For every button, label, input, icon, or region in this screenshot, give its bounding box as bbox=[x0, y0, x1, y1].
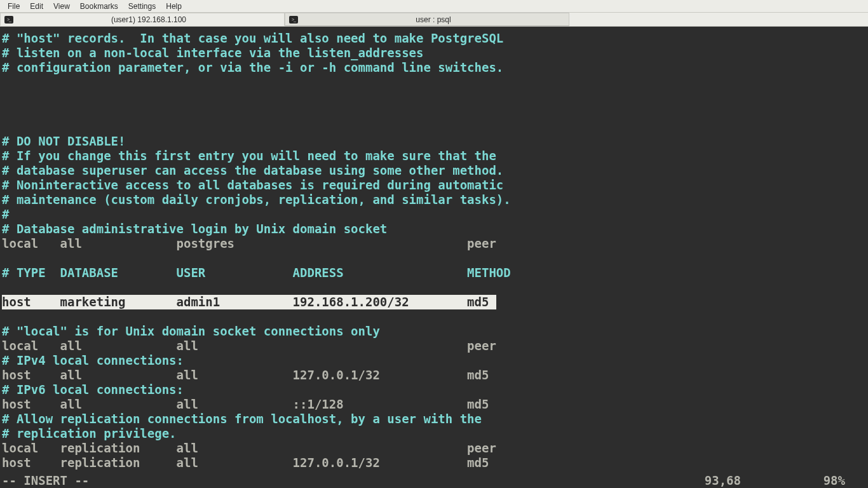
terminal-icon bbox=[289, 16, 298, 24]
tab-session-1[interactable]: (user1) 192.168.1.100 bbox=[0, 13, 285, 26]
terminal-line: # replication privilege. bbox=[2, 426, 177, 441]
terminal-line: # IPv4 local connections: bbox=[2, 353, 184, 368]
menu-settings[interactable]: Settings bbox=[123, 1, 161, 12]
vim-scroll-pct: 98% bbox=[824, 473, 845, 488]
menu-view[interactable]: View bbox=[48, 1, 75, 12]
terminal-line: host all all ::1/128 md5 bbox=[2, 397, 489, 412]
terminal-line: # "local" is for Unix domain socket conn… bbox=[2, 324, 380, 339]
terminal-line: local all all peer bbox=[2, 339, 496, 353]
terminal-line: # TYPE DATABASE USER ADDRESS METHOD bbox=[2, 266, 511, 280]
terminal-line: host marketing admin1 192.168.1.200/32 m… bbox=[2, 295, 496, 309]
terminal-line: # Allow replication connections from loc… bbox=[2, 412, 482, 426]
menu-bookmarks[interactable]: Bookmarks bbox=[75, 1, 123, 12]
menu-help[interactable]: Help bbox=[161, 1, 187, 12]
tab-label: user : psql bbox=[302, 15, 565, 24]
terminal-line: # maintenance (custom daily cronjobs, re… bbox=[2, 193, 511, 207]
tab-session-2[interactable]: user : psql bbox=[285, 13, 569, 26]
terminal-line: # If you change this first entry you wil… bbox=[2, 149, 496, 163]
menu-bar: File Edit View Bookmarks Settings Help bbox=[0, 0, 868, 13]
terminal-line: # Noninteractive access to all databases… bbox=[2, 178, 503, 193]
terminal-line: host replication all 127.0.0.1/32 md5 bbox=[2, 456, 489, 470]
terminal-line: local replication all peer bbox=[2, 441, 496, 456]
terminal-line: host all all 127.0.0.1/32 md5 bbox=[2, 368, 489, 383]
terminal-line: # listen on a non-local interface via th… bbox=[2, 46, 423, 60]
terminal-line: # configuration parameter, or via the -i… bbox=[2, 60, 503, 75]
scrollbar-track[interactable] bbox=[860, 27, 868, 488]
vim-status-line: -- INSERT -- 93,68 98% bbox=[0, 473, 868, 488]
terminal-line: # IPv6 local connections: bbox=[2, 383, 184, 397]
terminal-line: # Database administrative login by Unix … bbox=[2, 222, 387, 236]
terminal-viewport[interactable]: -- INSERT -- 93,68 98% # "host" records.… bbox=[0, 27, 868, 488]
terminal-line: # bbox=[2, 207, 9, 222]
terminal-line: # "host" records. In that case you will … bbox=[2, 31, 503, 46]
vim-mode: -- INSERT -- bbox=[2, 473, 89, 488]
terminal-line: local all postgres peer bbox=[2, 236, 496, 251]
vim-cursor-pos: 93,68 bbox=[705, 473, 741, 488]
menu-file[interactable]: File bbox=[3, 1, 25, 12]
tab-label: (user1) 192.168.1.100 bbox=[17, 15, 280, 24]
menu-edit[interactable]: Edit bbox=[25, 1, 48, 12]
tab-bar: (user1) 192.168.1.100 user : psql bbox=[0, 13, 868, 27]
terminal-line: # database superuser can access the data… bbox=[2, 163, 503, 178]
terminal-icon bbox=[4, 16, 13, 24]
terminal-line: # DO NOT DISABLE! bbox=[2, 134, 125, 149]
